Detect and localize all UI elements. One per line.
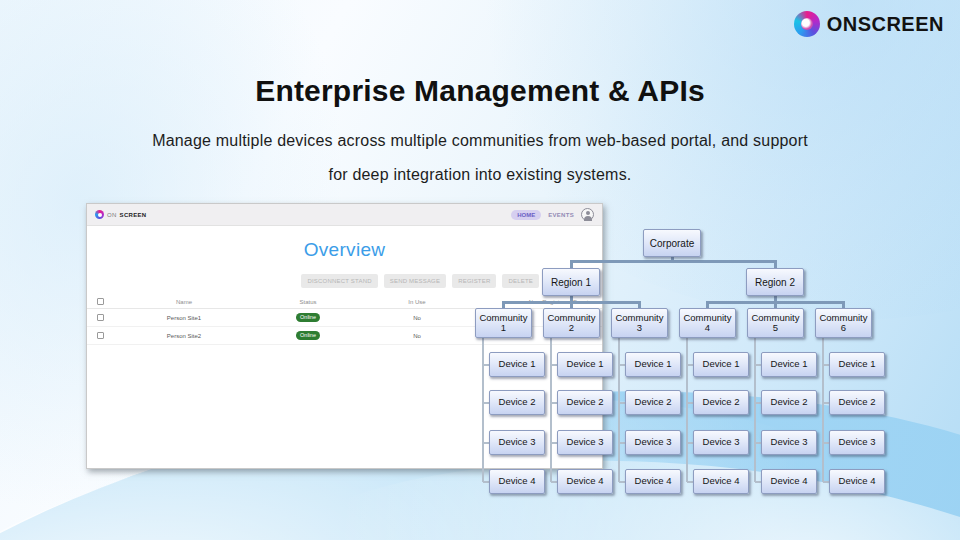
org-box-device: Device 3 (625, 430, 681, 455)
org-box-device: Device 3 (693, 430, 749, 455)
org-box-device: Device 4 (557, 469, 613, 494)
org-box-device: Device 4 (829, 469, 885, 494)
connector-line (706, 301, 709, 308)
org-box-device: Device 2 (761, 390, 817, 415)
connector-line (550, 338, 552, 482)
connector-line (638, 301, 641, 308)
org-box-device: Device 2 (557, 390, 613, 415)
org-box-device: Device 4 (489, 469, 545, 494)
connector-line (570, 260, 777, 263)
connector-line (774, 301, 777, 308)
org-box-device: Device 4 (761, 469, 817, 494)
org-box-device: Device 2 (829, 390, 885, 415)
org-box-device: Device 1 (693, 352, 749, 377)
org-box-device: Device 2 (625, 390, 681, 415)
org-box-device: Device 1 (761, 352, 817, 377)
org-box-region: Region 1 (542, 268, 600, 296)
org-box-device: Device 1 (557, 352, 613, 377)
connector-line (570, 260, 573, 268)
org-chart: CorporateRegion 1Region 2Community 1Comm… (0, 0, 960, 540)
org-box-device: Device 3 (557, 430, 613, 455)
connector-line (842, 301, 845, 308)
org-box-device: Device 1 (625, 352, 681, 377)
org-box-community: Community 4 (679, 308, 736, 338)
org-box-community: Community 2 (543, 308, 600, 338)
org-box-device: Device 3 (489, 430, 545, 455)
org-box-device: Device 1 (489, 352, 545, 377)
connector-line (618, 338, 620, 482)
org-box-device: Device 3 (829, 430, 885, 455)
connector-line (686, 338, 688, 482)
org-box-device: Device 1 (829, 352, 885, 377)
org-box-device: Device 4 (625, 469, 681, 494)
org-box-region: Region 2 (746, 268, 804, 296)
org-box-community: Community 1 (475, 308, 532, 338)
slide: ONSCREEN Enterprise Management & APIs Ma… (0, 0, 960, 540)
connector-line (754, 338, 756, 482)
org-box-device: Device 3 (761, 430, 817, 455)
org-box-community: Community 3 (611, 308, 668, 338)
connector-line (570, 301, 573, 308)
connector-line (502, 301, 505, 308)
org-box-community: Community 5 (747, 308, 804, 338)
org-box-community: Community 6 (815, 308, 872, 338)
org-box-device: Device 2 (489, 390, 545, 415)
connector-line (482, 338, 484, 482)
org-box-corporate: Corporate (643, 229, 701, 257)
connector-line (774, 260, 777, 268)
org-box-device: Device 4 (693, 469, 749, 494)
connector-line (822, 338, 824, 482)
org-box-device: Device 2 (693, 390, 749, 415)
